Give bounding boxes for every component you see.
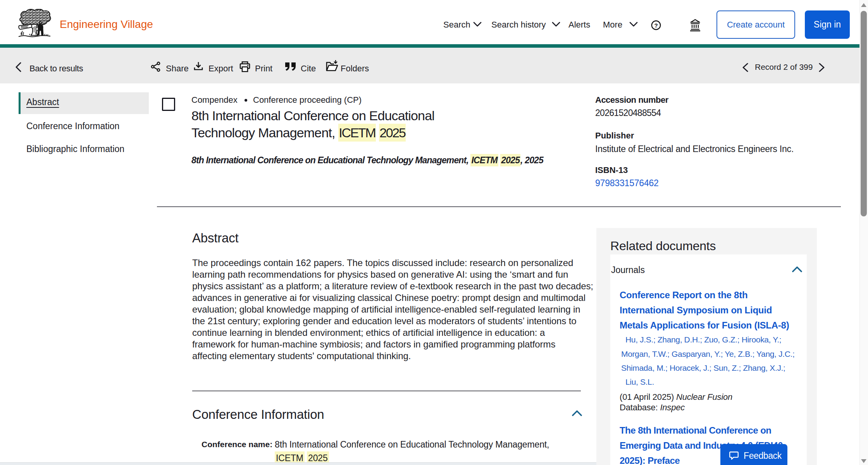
svg-text:?: ? — [654, 22, 658, 29]
